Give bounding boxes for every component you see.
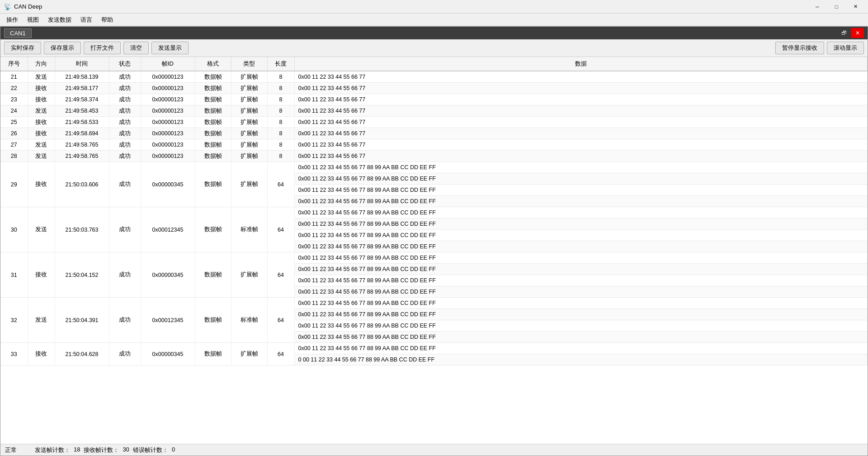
- table-cell: 成功: [109, 162, 141, 207]
- window-controls: ─ □ ✕: [808, 2, 864, 11]
- table-cell: 成功: [109, 252, 141, 298]
- table-cell: 接收: [28, 117, 55, 128]
- table-cell: 接收: [28, 128, 55, 139]
- table-cell: 0x00000123: [141, 117, 195, 128]
- col-header-dir: 方向: [28, 57, 55, 71]
- menu-item-view[interactable]: 视图: [23, 14, 43, 26]
- data-cell: 0x00 11 22 33 44 55 66 77 88 99 AA BB CC…: [294, 185, 868, 196]
- col-header-format: 格式: [195, 57, 231, 71]
- table-cell: 33: [0, 343, 28, 366]
- table-cell: 21:49:58.177: [55, 83, 109, 94]
- send-display-button[interactable]: 发送显示: [151, 42, 189, 54]
- table-cell: 26: [0, 128, 28, 139]
- table-row[interactable]: 21发送21:49:58.139成功0x00000123数据帧扩展帧80x00 …: [0, 71, 868, 83]
- table-cell: 数据帧: [195, 94, 231, 105]
- data-cell: 0x00 11 22 33 44 55 66 77: [294, 151, 868, 162]
- data-table-wrapper[interactable]: 序号 方向 时间 状态 帧ID 格式 类型 长度 数据 21发送21:49:58…: [0, 57, 868, 444]
- table-cell: 21:49:58.374: [55, 94, 109, 105]
- data-cell: 0x00 11 22 33 44 55 66 77 88 99 AA BB CC…: [294, 207, 868, 218]
- table-cell: 扩展帧: [231, 105, 267, 117]
- table-cell: 0x00000345: [141, 162, 195, 207]
- table-row[interactable]: 32发送21:50:04.391成功0x00012345数据帧标准帧640x00…: [0, 298, 868, 309]
- scroll-display-button[interactable]: 滚动显示: [827, 42, 864, 54]
- table-cell: 21: [0, 71, 28, 83]
- menu-item-operate[interactable]: 操作: [2, 14, 23, 26]
- table-cell: 31: [0, 252, 28, 298]
- table-cell: 21:50:04.152: [55, 252, 109, 298]
- inner-restore-button[interactable]: 🗗: [838, 28, 850, 38]
- close-button[interactable]: ✕: [846, 2, 864, 11]
- table-cell: 发送: [28, 151, 55, 162]
- clear-button[interactable]: 清空: [123, 42, 149, 54]
- table-cell: 0x00000123: [141, 139, 195, 151]
- menu-item-help[interactable]: 帮助: [97, 14, 118, 26]
- table-row[interactable]: 27发送21:49:58.765成功0x00000123数据帧扩展帧80x00 …: [0, 139, 868, 151]
- menu-item-send[interactable]: 发送数据: [43, 14, 76, 26]
- table-cell: 数据帧: [195, 207, 231, 252]
- table-cell: 21:49:58.694: [55, 128, 109, 139]
- status-stats: 发送帧计数： 18 接收帧计数： 30 错误帧计数： 0: [35, 446, 175, 454]
- pause-receive-button[interactable]: 暂停显示接收: [775, 42, 824, 54]
- table-cell: 30: [0, 207, 28, 252]
- toolbar-right: 暂停显示接收 滚动显示: [775, 42, 864, 54]
- table-cell: 数据帧: [195, 71, 231, 83]
- table-row[interactable]: 25接收21:49:58.533成功0x00000123数据帧扩展帧80x00 …: [0, 117, 868, 128]
- table-cell: 标准帧: [231, 298, 267, 343]
- col-header-frameid: 帧ID: [141, 57, 195, 71]
- table-cell: 64: [267, 207, 294, 252]
- table-cell: 成功: [109, 105, 141, 117]
- error-count-value: 0: [172, 446, 175, 454]
- toolbar: 实时保存 保存显示 打开文件 清空 发送显示 暂停显示接收 滚动显示: [0, 39, 868, 57]
- table-cell: 数据帧: [195, 162, 231, 207]
- table-cell: 扩展帧: [231, 94, 267, 105]
- table-cell: 成功: [109, 71, 141, 83]
- table-cell: 0x00012345: [141, 207, 195, 252]
- table-cell: 接收: [28, 83, 55, 94]
- table-cell: 数据帧: [195, 117, 231, 128]
- table-header-row: 序号 方向 时间 状态 帧ID 格式 类型 长度 数据: [0, 57, 868, 71]
- table-row[interactable]: 24发送21:49:58.453成功0x00000123数据帧扩展帧80x00 …: [0, 105, 868, 117]
- table-cell: 21:49:58.533: [55, 117, 109, 128]
- table-row[interactable]: 23接收21:49:58.374成功0x00000123数据帧扩展帧80x00 …: [0, 94, 868, 105]
- table-cell: 扩展帧: [231, 128, 267, 139]
- recv-count-value: 30: [123, 446, 129, 454]
- table-row[interactable]: 30发送21:50:03.763成功0x00012345数据帧标准帧640x00…: [0, 207, 868, 218]
- inner-close-button[interactable]: ✕: [851, 28, 864, 38]
- table-cell: 数据帧: [195, 298, 231, 343]
- data-cell: 0x00 11 22 33 44 55 66 77: [294, 128, 868, 139]
- save-display-button[interactable]: 保存显示: [44, 42, 81, 54]
- table-cell: 8: [267, 139, 294, 151]
- table-cell: 28: [0, 151, 28, 162]
- data-cell: 0x00 11 22 33 44 55 66 77 88 99 AA BB CC…: [294, 241, 868, 252]
- inner-window-controls: 🗗 ✕: [838, 28, 864, 38]
- table-cell: 0x00000123: [141, 151, 195, 162]
- table-cell: 0x00000345: [141, 252, 195, 298]
- table-row[interactable]: 22接收21:49:58.177成功0x00000123数据帧扩展帧80x00 …: [0, 83, 868, 94]
- recv-count-label: 接收帧计数：: [84, 446, 119, 454]
- table-cell: 0x00012345: [141, 298, 195, 343]
- status-text: 正常: [5, 446, 17, 454]
- table-cell: 扩展帧: [231, 139, 267, 151]
- table-row[interactable]: 29接收21:50:03.606成功0x00000345数据帧扩展帧640x00…: [0, 162, 868, 173]
- table-row[interactable]: 26接收21:49:58.694成功0x00000123数据帧扩展帧80x00 …: [0, 128, 868, 139]
- table-row[interactable]: 28发送21:49:58.765成功0x00000123数据帧扩展帧80x00 …: [0, 151, 868, 162]
- data-cell: 0x00 11 22 33 44 55 66 77 88 99 AA BB CC…: [294, 343, 868, 354]
- table-cell: 0x00000123: [141, 71, 195, 83]
- table-cell: 8: [267, 83, 294, 94]
- can1-tab[interactable]: CAN1: [4, 28, 32, 38]
- data-cell: 0x00 11 22 33 44 55 66 77 88 99 AA BB CC…: [294, 230, 868, 241]
- open-file-button[interactable]: 打开文件: [84, 42, 121, 54]
- realtime-save-button[interactable]: 实时保存: [4, 42, 41, 54]
- restore-button[interactable]: □: [827, 2, 845, 11]
- table-cell: 扩展帧: [231, 252, 267, 298]
- menu-item-language[interactable]: 语言: [76, 14, 97, 26]
- table-cell: 接收: [28, 343, 55, 366]
- minimize-button[interactable]: ─: [808, 2, 826, 11]
- table-row[interactable]: 31接收21:50:04.152成功0x00000345数据帧扩展帧640x00…: [0, 252, 868, 264]
- table-cell: 21:50:03.606: [55, 162, 109, 207]
- table-row[interactable]: 33接收21:50:04.628成功0x00000345数据帧扩展帧640x00…: [0, 343, 868, 354]
- table-cell: 成功: [109, 139, 141, 151]
- table-cell: 扩展帧: [231, 117, 267, 128]
- table-cell: 8: [267, 128, 294, 139]
- data-table: 序号 方向 时间 状态 帧ID 格式 类型 长度 数据 21发送21:49:58…: [0, 57, 868, 366]
